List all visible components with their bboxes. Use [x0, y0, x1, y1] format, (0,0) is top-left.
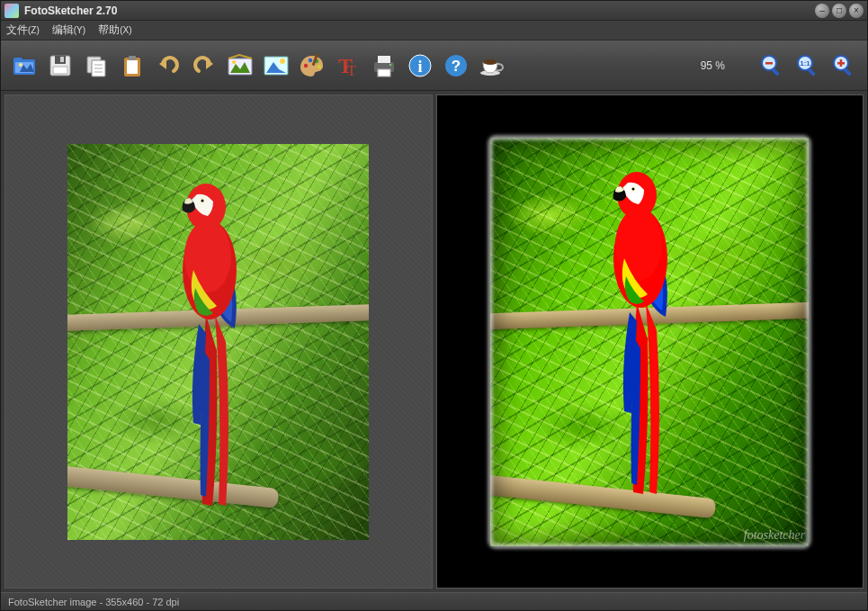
svg-point-22 [232, 60, 236, 64]
parameters-icon [227, 53, 254, 78]
menu-edit[interactable]: 编辑(Y) [52, 22, 85, 38]
menu-help[interactable]: 帮助(X) [98, 22, 131, 38]
zoom-fit-icon: 1:1 [794, 52, 821, 79]
copy-icon [84, 53, 109, 78]
menubar: 文件(Z) 编辑(Y) 帮助(X) [1, 21, 867, 40]
source-image-panel[interactable] [4, 94, 433, 589]
svg-point-58 [201, 200, 204, 202]
svg-rect-46 [765, 62, 773, 65]
app-icon [4, 4, 19, 18]
svg-rect-51 [843, 67, 852, 76]
svg-point-29 [318, 64, 321, 67]
copy-button[interactable] [80, 49, 112, 82]
svg-point-26 [304, 63, 308, 67]
parrot-illustration [163, 171, 262, 513]
text-tool-icon: T T [336, 53, 360, 78]
source-image [67, 144, 369, 540]
svg-point-63 [631, 188, 634, 191]
save-button[interactable] [44, 49, 76, 82]
help-button[interactable]: ? [440, 49, 472, 82]
workspace: fotosketcher [1, 91, 867, 592]
svg-text:i: i [417, 58, 422, 76]
maximize-button[interactable]: □ [832, 4, 846, 18]
svg-rect-16 [127, 60, 138, 74]
drawing-parameters-button[interactable] [224, 49, 256, 82]
svg-rect-8 [60, 57, 64, 62]
zoom-in-button[interactable] [828, 49, 860, 82]
info-button[interactable]: i [404, 49, 436, 82]
zoom-in-icon [830, 52, 857, 79]
redo-icon [192, 53, 217, 78]
svg-rect-1 [13, 58, 22, 62]
svg-text:T: T [347, 63, 356, 78]
palette-button[interactable] [296, 49, 328, 82]
svg-point-43 [483, 59, 497, 65]
window-controls: – □ × [815, 4, 864, 18]
minimize-button[interactable]: – [815, 4, 829, 18]
retouch-icon [263, 53, 290, 78]
save-icon [48, 53, 73, 78]
svg-rect-34 [378, 56, 390, 63]
coffee-icon [479, 53, 506, 78]
svg-point-4 [19, 63, 22, 67]
statusbar: FotoSketcher image - 355x460 - 72 dpi [1, 592, 867, 610]
output-image: fotosketcher [483, 130, 816, 553]
zoom-out-button[interactable] [756, 49, 788, 82]
print-icon [371, 53, 398, 78]
donate-button[interactable] [476, 49, 508, 82]
open-button[interactable] [8, 49, 40, 82]
print-button[interactable] [368, 49, 400, 82]
svg-point-55 [184, 220, 231, 292]
svg-point-36 [389, 63, 392, 66]
menu-file-label: 文件 [6, 23, 28, 36]
parrot-illustration-painted [594, 159, 693, 501]
output-image-panel[interactable]: fotosketcher [436, 94, 864, 589]
statusbar-text: FotoSketcher image - 355x460 - 72 dpi [8, 597, 179, 607]
paste-icon [120, 53, 145, 78]
svg-point-25 [280, 58, 285, 64]
svg-text:?: ? [452, 58, 461, 75]
menu-edit-accel: (Y) [74, 25, 85, 35]
output-watermark: fotosketcher [744, 528, 805, 543]
retouch-button[interactable] [260, 49, 292, 82]
svg-rect-17 [129, 56, 136, 60]
open-folder-icon [11, 52, 38, 79]
svg-text:1:1: 1:1 [800, 59, 810, 67]
menu-edit-label: 编辑 [52, 23, 74, 36]
undo-icon [156, 53, 181, 78]
svg-rect-9 [53, 67, 67, 74]
info-icon: i [407, 53, 433, 78]
zoom-fit-button[interactable]: 1:1 [792, 49, 824, 82]
redo-button[interactable] [188, 49, 220, 82]
svg-rect-48 [807, 67, 816, 76]
svg-rect-45 [771, 67, 780, 76]
toolbar: T T i ? 95 % [1, 40, 867, 91]
zoom-level-label: 95 % [701, 59, 725, 72]
palette-icon [299, 53, 326, 78]
menu-file[interactable]: 文件(Z) [6, 22, 40, 38]
window-title: FotoSketcher 2.70 [24, 4, 815, 17]
menu-help-accel: (X) [120, 25, 131, 35]
undo-button[interactable] [152, 49, 184, 82]
text-tool-button[interactable]: T T [332, 49, 364, 82]
svg-point-60 [615, 209, 662, 281]
svg-rect-35 [378, 69, 390, 76]
menu-help-label: 帮助 [98, 23, 120, 36]
titlebar: FotoSketcher 2.70 – □ × [1, 1, 867, 21]
svg-rect-53 [840, 59, 843, 67]
paste-button[interactable] [116, 49, 148, 82]
close-button[interactable]: × [849, 4, 864, 18]
menu-file-accel: (Z) [28, 25, 40, 35]
svg-point-27 [309, 58, 312, 61]
zoom-out-icon [758, 52, 785, 79]
help-icon: ? [443, 53, 469, 78]
